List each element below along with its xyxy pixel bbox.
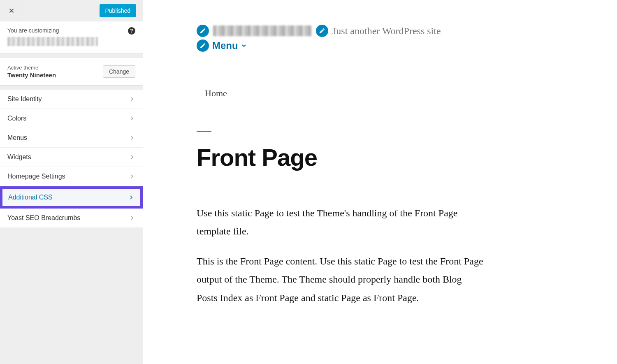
active-theme-block: Active theme Twenty Nineteen Change	[0, 58, 143, 86]
sidebar-item-label: Colors	[7, 115, 26, 122]
sidebar-item-widgets[interactable]: Widgets	[0, 148, 143, 167]
sidebar-item-yoast-seo-breadcrumbs[interactable]: Yoast SEO Breadcrumbs	[0, 209, 143, 228]
edit-menu-button[interactable]	[197, 39, 209, 52]
sidebar-item-colors[interactable]: Colors	[0, 109, 143, 128]
chevron-right-icon	[129, 154, 135, 160]
body-paragraph-2: This is the Front Page content. Use this…	[197, 252, 485, 307]
site-tagline: Just another WordPress site	[332, 26, 441, 37]
site-title-redacted	[213, 26, 312, 36]
sidebar-item-label: Homepage Settings	[7, 173, 65, 180]
pencil-icon	[319, 28, 325, 34]
preview-pane: Just another WordPress site Menu Home Fr…	[143, 0, 617, 364]
body-paragraph-1: Use this static Page to test the Theme's…	[197, 204, 485, 241]
customizer-menu-list: Site IdentityColorsMenusWidgetsHomepage …	[0, 90, 143, 228]
close-button[interactable]	[0, 0, 23, 21]
active-theme-name: Twenty Nineteen	[7, 72, 56, 79]
chevron-down-icon	[241, 42, 247, 49]
chevron-right-icon	[129, 96, 135, 102]
sidebar-item-label: Widgets	[7, 153, 31, 161]
sidebar-item-menus[interactable]: Menus	[0, 128, 143, 148]
sidebar-item-label: Menus	[7, 134, 27, 141]
customize-info-block: You are customizing ?	[0, 21, 143, 54]
site-header-row: Just another WordPress site	[197, 25, 617, 37]
chevron-right-icon	[129, 215, 135, 221]
site-name-redacted	[7, 37, 98, 46]
menu-toggle[interactable]: Menu	[212, 40, 247, 51]
pencil-icon	[199, 42, 206, 49]
sidebar-item-homepage-settings[interactable]: Homepage Settings	[0, 167, 143, 186]
chevron-right-icon	[128, 194, 135, 201]
breadcrumb[interactable]: Home	[205, 88, 617, 99]
sidebar-item-additional-css[interactable]: Additional CSS	[0, 186, 143, 209]
active-theme-label: Active theme	[7, 65, 56, 71]
chevron-right-icon	[129, 134, 135, 141]
customizing-label: You are customizing	[7, 27, 135, 34]
customizer-sidebar: Published You are customizing ? Active t…	[0, 0, 143, 364]
page-title: Front Page	[197, 144, 617, 171]
chevron-right-icon	[129, 173, 135, 180]
menu-label: Menu	[212, 40, 238, 51]
spacer	[0, 54, 143, 58]
sidebar-item-label: Additional CSS	[8, 194, 53, 201]
publish-button[interactable]: Published	[100, 4, 137, 17]
edit-tagline-button[interactable]	[316, 25, 328, 37]
title-divider	[197, 131, 211, 132]
sidebar-top-bar: Published	[0, 0, 143, 21]
chevron-right-icon	[129, 115, 135, 122]
help-icon[interactable]: ?	[128, 27, 135, 35]
pencil-icon	[199, 28, 206, 34]
sidebar-item-site-identity[interactable]: Site Identity	[0, 90, 143, 109]
spacer	[0, 86, 143, 90]
sidebar-item-label: Yoast SEO Breadcrumbs	[7, 214, 80, 222]
change-theme-button[interactable]: Change	[103, 65, 135, 78]
sidebar-item-label: Site Identity	[7, 95, 42, 103]
edit-site-title-button[interactable]	[197, 25, 209, 37]
close-icon	[8, 7, 15, 14]
menu-row: Menu	[197, 39, 617, 52]
